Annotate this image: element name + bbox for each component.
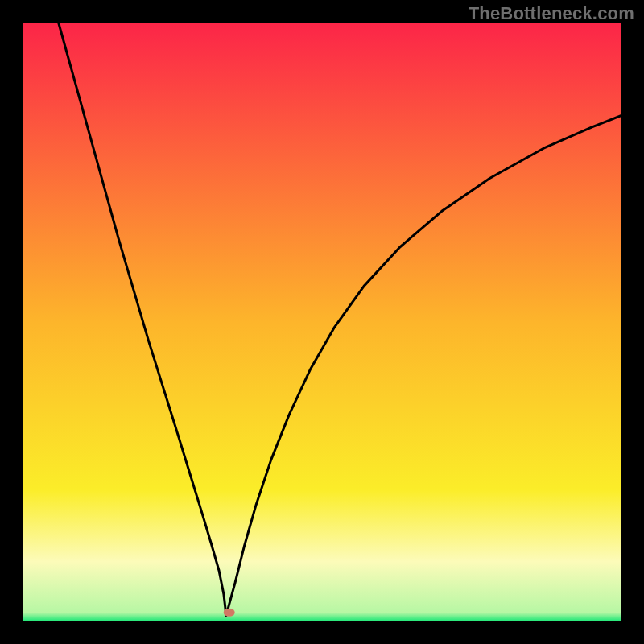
- chart-frame: TheBottleneck.com: [0, 0, 644, 644]
- watermark-text: TheBottleneck.com: [469, 3, 634, 24]
- plot-area: [23, 23, 621, 621]
- chart-svg: [23, 23, 621, 621]
- chart-background: [23, 23, 621, 621]
- marker-dot: [224, 609, 235, 617]
